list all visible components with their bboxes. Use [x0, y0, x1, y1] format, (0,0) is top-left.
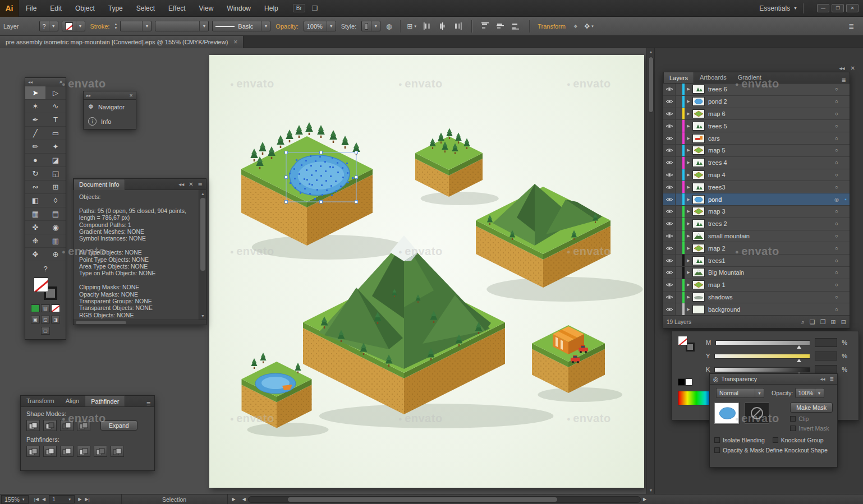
layer-name[interactable]: trees 5: [708, 123, 832, 130]
stroke-weight-dropdown[interactable]: ▼: [120, 21, 152, 31]
lock-toggle[interactable]: [676, 108, 682, 120]
expand-button[interactable]: Expand: [100, 420, 137, 431]
trim-button[interactable]: [43, 446, 57, 457]
expand-arrow[interactable]: ▶: [685, 173, 692, 177]
make-clipping-mask-icon[interactable]: ❏: [810, 318, 815, 326]
layer-name[interactable]: map 4: [708, 172, 832, 178]
lock-toggle[interactable]: [676, 84, 682, 95]
visibility-toggle[interactable]: [663, 120, 676, 132]
eraser-tool[interactable]: ◪: [45, 154, 66, 167]
rotate-tool[interactable]: ↻: [25, 167, 45, 181]
visibility-toggle[interactable]: [663, 96, 676, 108]
paintbrush-tool[interactable]: ✦: [45, 140, 66, 154]
expand-arrow[interactable]: ▶: [685, 112, 692, 116]
mesh-tool[interactable]: ▦: [25, 207, 45, 221]
object-thumbnail[interactable]: [714, 403, 739, 424]
menu-type[interactable]: Type: [102, 0, 130, 17]
menu-help[interactable]: Help: [258, 0, 285, 17]
layer-name[interactable]: map 1: [708, 281, 832, 288]
menu-view[interactable]: View: [192, 0, 221, 17]
yellow-slider[interactable]: [714, 354, 810, 359]
layer-row[interactable]: ▶map 1○: [663, 279, 850, 292]
lock-toggle[interactable]: [676, 181, 682, 193]
layer-name[interactable]: trees 6: [708, 86, 832, 93]
select-similar-dropdown[interactable]: ✥▼: [583, 21, 595, 32]
align-right-icon[interactable]: [452, 21, 464, 32]
clip-checkbox[interactable]: Clip: [790, 415, 809, 422]
layer-name[interactable]: pond: [708, 196, 832, 203]
layer-row[interactable]: ▶trees 6○: [663, 84, 850, 96]
layer-row[interactable]: ▶map 3○: [663, 206, 850, 218]
last-artboard-button[interactable]: ▶|: [85, 497, 89, 502]
expand-arrow[interactable]: ▶: [685, 197, 692, 202]
layer-row[interactable]: ▶trees 2○: [663, 218, 850, 230]
new-sublayer-icon[interactable]: ❐: [820, 318, 826, 326]
document-tab[interactable]: pre assembly isometric map-mountain [Con…: [0, 36, 244, 48]
tab-transform[interactable]: Transform: [21, 395, 60, 406]
perspective-grid-tool[interactable]: ◊: [45, 194, 66, 207]
hand-tool[interactable]: ✥: [25, 248, 45, 261]
expand-arrow[interactable]: ▶: [685, 234, 692, 238]
visibility-toggle[interactable]: [663, 292, 676, 303]
column-graph-tool[interactable]: ▥: [45, 234, 66, 248]
target-circle[interactable]: ○: [832, 160, 842, 165]
layer-name[interactable]: cars: [708, 135, 832, 142]
restore-button[interactable]: ❐: [832, 4, 844, 12]
layer-thumbnail[interactable]: [692, 97, 705, 106]
opacity-link[interactable]: Opacity:: [276, 23, 298, 30]
lock-toggle[interactable]: [676, 303, 682, 315]
fill-color-dropdown[interactable]: ▼: [62, 21, 85, 31]
shape-builder-tool[interactable]: ◧: [25, 194, 45, 207]
expand-arrow[interactable]: ▶: [685, 99, 692, 104]
scroll-up-arrow[interactable]: ▲: [647, 48, 655, 56]
scale-tool[interactable]: ◱: [45, 167, 66, 181]
horizontal-scroll-thumb[interactable]: [288, 497, 557, 502]
visibility-toggle[interactable]: [663, 84, 676, 95]
scroll-down-arrow[interactable]: ▼: [647, 487, 655, 494]
layer-row[interactable]: ▶trees 5○: [663, 120, 850, 132]
draw-normal-button[interactable]: ▣: [31, 316, 40, 323]
panel-collapse-icon[interactable]: ◂◂: [178, 181, 184, 187]
merge-button[interactable]: [60, 446, 74, 457]
layer-thumbnail[interactable]: [692, 244, 705, 253]
align-to-dropdown[interactable]: ⊞▼: [406, 21, 418, 32]
magic-wand-tool[interactable]: ✶: [25, 100, 45, 113]
transparency-opacity-dropdown[interactable]: 100%▼: [795, 388, 824, 398]
layer-name[interactable]: map 5: [708, 147, 832, 154]
layer-name[interactable]: Big Mountain: [708, 269, 832, 276]
expand-arrow[interactable]: ▶: [685, 209, 692, 214]
layer-name[interactable]: trees1: [708, 257, 832, 264]
lock-toggle[interactable]: [676, 193, 682, 205]
layer-name[interactable]: trees3: [708, 184, 832, 191]
expand-arrow[interactable]: ▶: [685, 270, 692, 275]
panel-close-icon[interactable]: ✕: [59, 80, 63, 85]
bridge-button[interactable]: Br: [293, 4, 305, 12]
target-circle[interactable]: ○: [832, 123, 842, 129]
menu-file[interactable]: File: [19, 0, 43, 17]
isometric-map-artwork[interactable]: [209, 55, 644, 488]
collapse-dock-icon[interactable]: ◂◂: [839, 65, 845, 71]
magenta-slider[interactable]: [715, 340, 810, 345]
expand-arrow[interactable]: ▶: [685, 87, 692, 91]
target-circle[interactable]: ○: [832, 307, 842, 312]
arrange-documents-icon[interactable]: ❒: [312, 4, 318, 12]
align-bottom-icon[interactable]: [509, 21, 522, 32]
visibility-toggle[interactable]: [663, 279, 676, 291]
pen-tool[interactable]: ✒: [25, 113, 45, 127]
visibility-toggle[interactable]: [663, 132, 676, 144]
expand-arrow[interactable]: ▶: [685, 258, 692, 263]
type-tool[interactable]: T: [45, 113, 66, 127]
stroke-link[interactable]: Stroke:: [90, 23, 110, 30]
isolate-object-icon[interactable]: ⌖: [570, 21, 582, 32]
layer-row[interactable]: ▶pond◎▪: [663, 193, 850, 206]
stroke-weight-stepper[interactable]: ▲▼: [114, 22, 117, 30]
next-artboard-button[interactable]: ▶: [78, 497, 81, 502]
lock-toggle[interactable]: [676, 145, 682, 156]
minus-front-button[interactable]: [43, 420, 57, 431]
free-transform-tool[interactable]: ⊞: [45, 181, 66, 194]
visibility-toggle[interactable]: [663, 206, 676, 218]
panel-close-icon[interactable]: ✕: [189, 181, 193, 187]
lock-toggle[interactable]: [676, 279, 682, 291]
vertical-scrollbar[interactable]: ▲ ▼: [646, 48, 654, 494]
recolor-artwork-icon[interactable]: ◍: [383, 21, 395, 32]
